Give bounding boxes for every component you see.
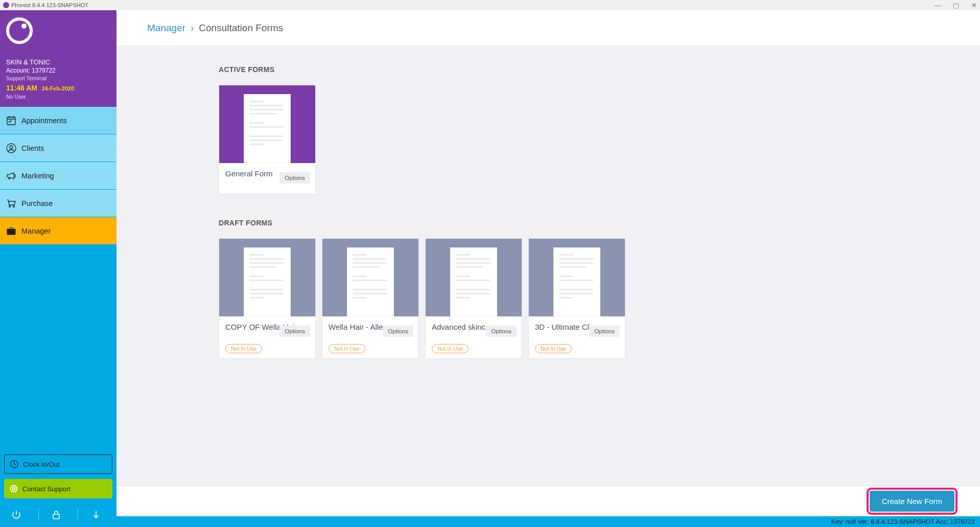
person-icon: [6, 143, 16, 153]
svg-rect-5: [7, 229, 15, 235]
contact-support-button[interactable]: Contact Support: [4, 479, 112, 498]
main-area: ACTIVE FORMS General Form Options DRAFT …: [116, 46, 980, 486]
form-card[interactable]: 3D - Ultimate Cli... Options Not In Use: [528, 238, 625, 359]
svg-point-4: [13, 205, 15, 207]
form-preview: [219, 85, 315, 163]
active-forms-heading: ACTIVE FORMS: [219, 65, 878, 74]
close-button[interactable]: ✕: [971, 2, 977, 9]
breadcrumb-root[interactable]: Manager: [147, 22, 185, 34]
user-label: No User: [6, 94, 110, 100]
status-bar: Key: null Ver: 8.4.4.123-SNAPSHOT Acc: 1…: [116, 516, 980, 527]
form-preview: [529, 239, 625, 316]
active-forms-grid: General Form Options: [219, 85, 878, 194]
support-label: Contact Support: [22, 485, 71, 493]
app-icon: [3, 2, 9, 8]
create-new-form-button[interactable]: Create New Form: [870, 491, 954, 512]
status-text: Key: null Ver: 8.4.4.123-SNAPSHOT Acc: 1…: [831, 518, 975, 525]
form-preview: [322, 239, 418, 316]
terminal-label: Support Terminal: [6, 75, 110, 81]
nav-label: Appointments: [21, 117, 67, 125]
draft-forms-grid: COPY OF Wella Hai... Options Not In Use …: [219, 238, 878, 359]
options-button[interactable]: Options: [589, 326, 620, 337]
form-card[interactable]: General Form Options: [219, 85, 316, 194]
account-number: Account: 1379722: [6, 67, 110, 74]
clock-label: Clock In/Out: [23, 461, 60, 468]
download-icon[interactable]: [91, 510, 105, 520]
power-icon[interactable]: [11, 510, 26, 520]
bottom-icon-bar: [0, 502, 116, 527]
nav-marketing[interactable]: Marketing: [0, 162, 116, 190]
nav-label: Clients: [21, 144, 44, 152]
form-preview: [219, 239, 315, 316]
breadcrumb-current: Consultation Forms: [199, 22, 283, 34]
cart-icon: [6, 198, 16, 209]
options-button[interactable]: Options: [383, 326, 413, 337]
lock-icon[interactable]: [51, 510, 65, 520]
nav: Appointments Clients Marketing Purchase: [0, 107, 116, 245]
nav-appointments[interactable]: Appointments: [0, 107, 116, 134]
options-button[interactable]: Options: [279, 172, 310, 184]
nav-clients[interactable]: Clients: [0, 134, 116, 162]
clock-icon: [10, 460, 19, 469]
minimize-button[interactable]: —: [934, 2, 941, 9]
current-date: 24-Feb-2020: [41, 85, 74, 91]
options-button[interactable]: Options: [279, 326, 310, 337]
sidebar: SKIN & TONIC Account: 1379722 Support Te…: [0, 10, 116, 527]
business-name: SKIN & TONIC: [6, 58, 110, 66]
action-bar: Create New Form: [116, 486, 980, 516]
nav-purchase[interactable]: Purchase: [0, 190, 116, 217]
chevron-right-icon: ›: [191, 22, 194, 34]
breadcrumb: Manager › Consultation Forms: [116, 10, 980, 46]
maximize-button[interactable]: ▢: [953, 2, 959, 9]
form-card[interactable]: Advanced skincare Options Not In Use: [425, 238, 522, 359]
megaphone-icon: [6, 171, 16, 181]
clock-in-out-button[interactable]: Clock In/Out: [4, 454, 112, 474]
window-controls: — ▢ ✕: [934, 2, 977, 9]
form-card[interactable]: COPY OF Wella Hai... Options Not In Use: [219, 238, 316, 359]
svg-point-8: [13, 488, 15, 490]
support-icon: [9, 484, 18, 493]
status-badge: Not In Use: [535, 344, 572, 353]
options-button[interactable]: Options: [486, 326, 517, 337]
content: Manager › Consultation Forms ACTIVE FORM…: [116, 10, 980, 527]
draft-forms-heading: DRAFT FORMS: [219, 219, 878, 227]
calendar-icon: [6, 116, 16, 126]
briefcase-icon: [6, 226, 16, 236]
window-title: Phorest 8.4.4.123-SNAPSHOT: [11, 2, 88, 8]
nav-label: Manager: [21, 227, 51, 235]
svg-point-3: [9, 205, 11, 207]
nav-label: Purchase: [21, 199, 53, 208]
form-card[interactable]: Wella Hair - Alle... Options Not In Use: [322, 238, 419, 359]
nav-manager[interactable]: Manager: [0, 217, 116, 245]
logo: [6, 17, 33, 44]
svg-point-2: [10, 146, 13, 149]
nav-label: Marketing: [21, 172, 54, 180]
form-preview: [426, 239, 522, 316]
svg-rect-9: [53, 514, 59, 519]
sidebar-header: SKIN & TONIC Account: 1379722 Support Te…: [0, 10, 116, 107]
titlebar: Phorest 8.4.4.123-SNAPSHOT — ▢ ✕: [0, 0, 980, 10]
current-time: 11:46 AM: [6, 84, 37, 92]
status-badge: Not In Use: [225, 344, 262, 353]
status-badge: Not In Use: [329, 344, 365, 353]
status-badge: Not In Use: [432, 344, 469, 353]
